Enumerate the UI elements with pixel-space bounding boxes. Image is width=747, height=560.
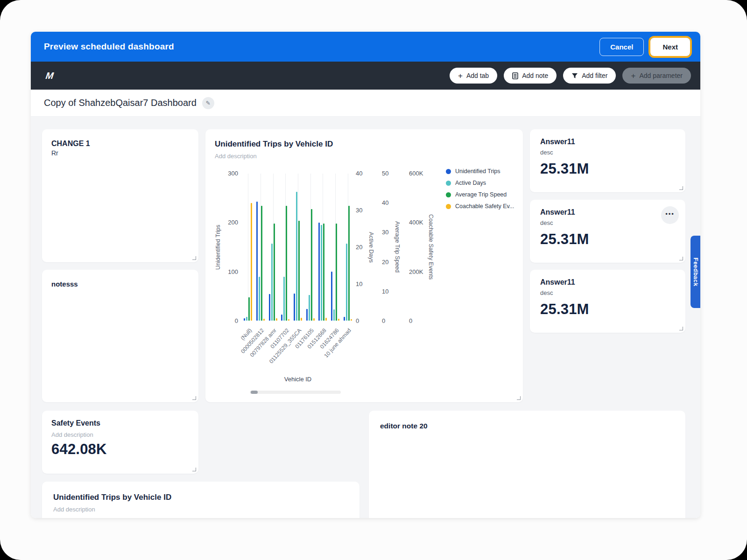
axis-ticks-average-trip-speed: 50403020100 <box>382 170 394 324</box>
answer-title: Answer11 <box>540 138 675 146</box>
chart-horizontal-scrollbar[interactable] <box>250 391 341 394</box>
add-parameter-button[interactable]: + Add parameter <box>622 68 691 84</box>
axis-tick: 0 <box>409 317 412 324</box>
answer-card-2[interactable]: Answer11 desc 25.31M ••• <box>530 200 685 263</box>
header-actions: Cancel Next <box>599 36 692 58</box>
legend-item[interactable]: Unidentified Trips <box>446 168 514 175</box>
plus-icon: + <box>631 72 635 80</box>
answer-desc: desc <box>540 219 675 226</box>
note-card-change1[interactable]: CHANGE 1 Rr <box>42 129 198 262</box>
edit-title-button[interactable]: ✎ <box>202 97 214 109</box>
bar <box>306 309 308 321</box>
bar <box>344 317 345 321</box>
bar-group <box>329 174 342 321</box>
bar <box>246 317 247 321</box>
add-parameter-label: Add parameter <box>639 72 683 79</box>
legend-label: Active Days <box>455 180 486 186</box>
axis-title-active-days: Active Days <box>368 174 374 321</box>
bar <box>336 224 337 321</box>
legend-dot-icon <box>446 192 451 197</box>
bar <box>288 319 289 321</box>
axis-tick: 300 <box>228 170 238 177</box>
feedback-tab[interactable]: Feedback <box>691 236 700 308</box>
resize-handle[interactable] <box>192 396 196 400</box>
legend-item[interactable]: Average Trip Speed <box>446 191 514 198</box>
axis-tick: 200K <box>409 268 423 275</box>
chart-card-unidentified-trips[interactable]: Unidentified Trips by Vehicle ID Add des… <box>205 129 523 402</box>
bar-group <box>341 174 354 321</box>
axis-title-unidentified-trips: Unidentified Trips <box>215 174 221 321</box>
bar <box>274 224 275 321</box>
answer-card-1[interactable]: Answer11 desc 25.31M <box>530 129 685 192</box>
bar <box>261 206 262 321</box>
bar <box>251 203 252 321</box>
note-icon <box>512 72 518 79</box>
bar-group <box>279 174 292 321</box>
bar <box>333 309 335 321</box>
legend-dot-icon <box>446 181 451 186</box>
add-filter-button[interactable]: Add filter <box>563 68 616 84</box>
axis-tick: 40 <box>382 199 388 206</box>
bar <box>323 224 324 321</box>
axis-tick: 100 <box>228 268 238 275</box>
bar <box>318 223 320 321</box>
bar <box>351 319 352 321</box>
bar-group <box>254 174 267 321</box>
resize-handle[interactable] <box>679 327 683 330</box>
card-description-placeholder[interactable]: Add description <box>51 431 189 438</box>
bar <box>271 244 273 321</box>
dashboard-title: Copy of ShahzebQaisar7 Dashboard <box>44 98 197 108</box>
legend-label: Coachable Safety Ev... <box>455 203 514 210</box>
chart-description-placeholder[interactable]: Add description <box>53 506 348 513</box>
resize-handle[interactable] <box>679 257 683 260</box>
bar <box>263 319 265 321</box>
axis-tick: 20 <box>382 259 388 266</box>
ellipsis-icon: ••• <box>665 210 675 217</box>
answer-title: Answer11 <box>540 208 675 217</box>
pencil-icon: ✎ <box>206 100 211 106</box>
card-menu-button[interactable]: ••• <box>661 206 679 224</box>
editor-note-card[interactable]: editor note 20 <box>369 411 685 518</box>
resize-handle[interactable] <box>517 396 521 400</box>
axis-tick: 600K <box>409 170 423 177</box>
dashboard-canvas: CHANGE 1 Rr notesss Unidentified Trips b… <box>31 117 700 518</box>
bar <box>311 209 312 321</box>
legend-item[interactable]: Coachable Safety Ev... <box>446 203 514 210</box>
chart-xaxis-title: Vehicle ID <box>242 376 354 383</box>
bar <box>309 295 310 321</box>
edit-toolbar: M + Add tab Add note Add filter <box>31 62 700 90</box>
safety-events-card[interactable]: Safety Events Add description 642.08K <box>42 411 198 474</box>
cancel-button[interactable]: Cancel <box>599 38 644 56</box>
axis-title-average-trip-speed: Average Trip Speed <box>394 174 401 321</box>
bar <box>269 294 270 321</box>
bar <box>348 206 350 321</box>
legend-label: Average Trip Speed <box>455 191 507 198</box>
card-value: 642.08K <box>51 441 189 458</box>
bottom-chart-card[interactable]: Unidentified Trips by Vehicle ID Add des… <box>42 482 359 518</box>
card-title: Safety Events <box>51 419 189 427</box>
add-note-label: Add note <box>522 72 548 79</box>
answer-card-3[interactable]: Answer11 desc 25.31M <box>530 270 685 333</box>
bar <box>313 318 315 321</box>
add-note-button[interactable]: Add note <box>504 68 557 84</box>
next-button[interactable]: Next <box>650 38 690 56</box>
axis-tick: 200 <box>228 219 238 226</box>
add-tab-button[interactable]: + Add tab <box>450 68 497 84</box>
axis-tick: 20 <box>356 244 362 251</box>
note-title: notesss <box>51 280 189 288</box>
axis-tick: 0 <box>235 317 238 324</box>
axis-tick: 50 <box>382 170 388 177</box>
axis-tick: 0 <box>356 317 359 324</box>
bar-group <box>267 174 279 321</box>
scrollbar-thumb[interactable] <box>251 391 258 394</box>
resize-handle[interactable] <box>679 186 683 190</box>
legend-item[interactable]: Active Days <box>446 180 514 186</box>
note-card-notesss[interactable]: notesss <box>42 270 198 402</box>
toolbar-actions: + Add tab Add note Add filter + <box>450 68 691 84</box>
axis-tick: 40 <box>356 170 362 177</box>
chart-canvas: 300200100040302010050403020100600K400K20… <box>205 129 523 402</box>
feedback-label: Feedback <box>692 258 699 287</box>
resize-handle[interactable] <box>192 256 196 260</box>
bar <box>331 272 332 321</box>
resize-handle[interactable] <box>192 468 196 471</box>
